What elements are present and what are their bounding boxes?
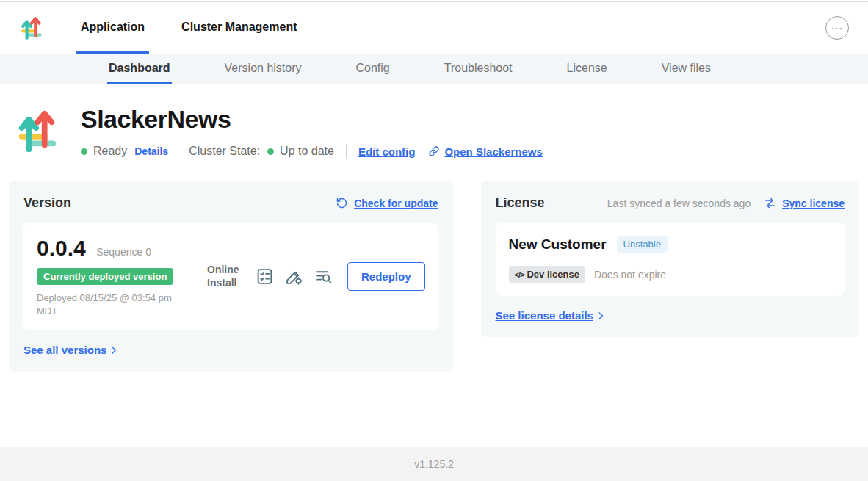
console-version: v1.125.2 — [414, 458, 454, 470]
top-navbar: Application Cluster Management ··· — [0, 2, 868, 54]
open-slackernews-link[interactable]: Open Slackernews — [428, 145, 542, 158]
edit-config-gear-icon[interactable] — [285, 267, 303, 286]
see-license-details-link[interactable]: See license details — [496, 309, 606, 322]
cluster-state-value: Up to date — [280, 145, 334, 158]
dashboard-cards: Version Check for update 0.0.4 Sequence … — [9, 181, 859, 372]
deployed-timestamp: Deployed 08/15/25 @ 03:54 pm MDT — [37, 292, 192, 317]
app-subnav: Dashboard Version history Config Trouble… — [0, 54, 868, 84]
sync-license-link[interactable]: Sync license — [764, 197, 845, 209]
app-status-dot — [81, 148, 87, 155]
page-title: SlackerNews — [81, 105, 543, 134]
customer-name: New Customer — [509, 236, 607, 253]
install-type-label: Online Install — [207, 264, 244, 289]
link-icon — [428, 145, 440, 157]
subnav-tab-version-history[interactable]: Version history — [223, 54, 303, 84]
chevron-right-icon — [596, 311, 606, 321]
last-synced-text: Last synced a few seconds ago — [607, 198, 751, 209]
edit-config-link[interactable]: Edit config — [358, 145, 416, 158]
license-panel: New Customer Unstable </> Dev license Do… — [496, 223, 845, 296]
expiration-text: Does not expire — [594, 269, 666, 281]
license-type-label: Dev license — [527, 269, 579, 280]
cluster-state-label: Cluster State: — [189, 145, 260, 158]
chevron-right-icon — [109, 345, 119, 355]
app-logo[interactable] — [19, 2, 44, 54]
subnav-tab-view-files[interactable]: View files — [660, 54, 712, 84]
tab-application[interactable]: Application — [76, 2, 149, 54]
license-card: License Last synced a few seconds ago Sy… — [481, 181, 859, 337]
history-refresh-icon — [336, 197, 348, 209]
cluster-state-dot — [267, 148, 274, 155]
deployed-badge: Currently deployed version — [37, 268, 173, 285]
divider — [346, 144, 347, 159]
slackernews-logo-icon — [19, 15, 44, 41]
app-header: SlackerNews Ready Details Cluster State:… — [15, 104, 868, 159]
app-status-row: Ready Details Cluster State: Up to date … — [81, 144, 543, 159]
check-for-update-link[interactable]: Check for update — [336, 197, 438, 209]
channel-badge: Unstable — [617, 236, 668, 253]
subnav-tab-config[interactable]: Config — [355, 54, 391, 84]
current-version-panel: 0.0.4 Sequence 0 Currently deployed vers… — [23, 223, 438, 330]
version-card: Version Check for update 0.0.4 Sequence … — [9, 181, 453, 372]
details-link[interactable]: Details — [134, 145, 168, 157]
see-all-versions-link[interactable]: See all versions — [23, 344, 119, 356]
code-icon: </> — [515, 270, 524, 279]
see-all-versions-label: See all versions — [23, 344, 106, 356]
ellipsis-icon: ··· — [831, 23, 843, 34]
version-card-title: Version — [23, 195, 71, 211]
sequence-label: Sequence 0 — [96, 246, 151, 258]
more-menu-button[interactable]: ··· — [825, 16, 849, 40]
preflight-checklist-icon[interactable] — [256, 267, 274, 286]
redeploy-button[interactable]: Redeploy — [347, 262, 425, 291]
check-for-update-label: Check for update — [354, 198, 438, 209]
app-status-text: Ready — [93, 145, 127, 158]
tab-cluster-management[interactable]: Cluster Management — [177, 2, 301, 54]
see-license-details-label: See license details — [496, 309, 593, 322]
subnav-tab-troubleshoot[interactable]: Troubleshoot — [443, 54, 514, 84]
app-icon — [15, 104, 60, 159]
footer: v1.125.2 — [0, 447, 868, 481]
open-slackernews-label: Open Slackernews — [444, 145, 542, 158]
subnav-tab-dashboard[interactable]: Dashboard — [107, 54, 172, 84]
version-number: 0.0.4 — [37, 236, 86, 260]
license-type-badge: </> Dev license — [509, 266, 585, 283]
sync-license-label: Sync license — [782, 198, 845, 209]
swap-arrows-icon — [764, 197, 776, 209]
view-logs-icon[interactable] — [314, 267, 333, 286]
slackernews-logo-icon — [15, 106, 60, 155]
license-card-title: License — [496, 195, 545, 211]
subnav-tab-license[interactable]: License — [565, 54, 609, 84]
